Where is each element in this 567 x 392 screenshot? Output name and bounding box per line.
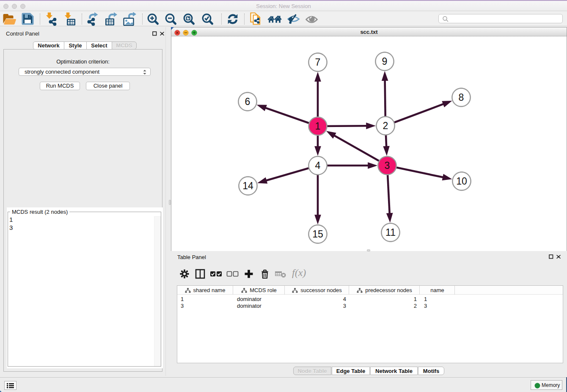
svg-text:8: 8: [459, 92, 464, 103]
svg-text:10: 10: [456, 176, 467, 187]
svg-text:14: 14: [242, 180, 253, 191]
svg-text:3: 3: [385, 160, 390, 171]
svg-text:2: 2: [383, 120, 388, 131]
svg-text:15: 15: [312, 229, 323, 240]
svg-text:11: 11: [385, 227, 396, 238]
svg-text:1: 1: [315, 121, 321, 132]
svg-text:6: 6: [245, 96, 250, 107]
svg-text:9: 9: [382, 56, 388, 67]
svg-text:4: 4: [315, 160, 321, 171]
svg-text:7: 7: [315, 57, 321, 68]
